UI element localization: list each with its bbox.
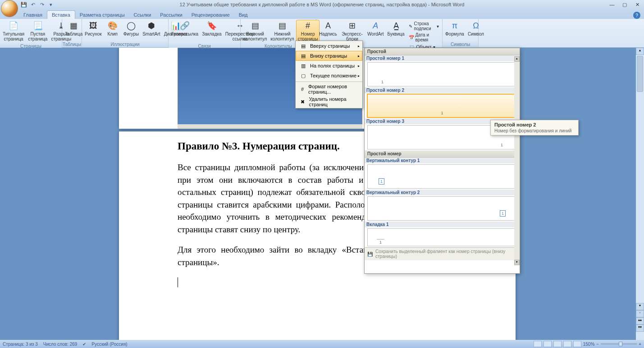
redo-icon[interactable]: ↷ bbox=[38, 1, 46, 8]
vertical-scrollbar[interactable]: ▴ ▾ ◦ ▴▴ ▾▾ bbox=[636, 48, 644, 340]
zoom-level[interactable]: 150% bbox=[583, 342, 595, 347]
view-draft[interactable] bbox=[573, 341, 581, 347]
text-cursor bbox=[178, 277, 178, 287]
scroll-up-button[interactable]: ▴ bbox=[636, 48, 644, 55]
browse-object-button[interactable]: ◦ bbox=[636, 310, 644, 317]
shapes-button[interactable]: ◯Фигуры bbox=[122, 20, 141, 37]
gallery-footer[interactable]: 💾Сохранить выделенный фрагмент как номер… bbox=[365, 247, 520, 260]
zoom-out-button[interactable]: − bbox=[596, 342, 599, 347]
zoom-in-button[interactable]: + bbox=[639, 342, 641, 347]
maximize-button[interactable]: ▢ bbox=[619, 1, 630, 8]
tab-insert[interactable]: Вставка bbox=[47, 10, 75, 19]
save-icon[interactable]: 💾 bbox=[20, 1, 27, 8]
signature-line-button[interactable]: ✎Строка подписи ▾ bbox=[407, 21, 440, 32]
table-button[interactable]: ▦Таблица bbox=[63, 20, 84, 37]
gallery-item-vertical-1[interactable]: 1 bbox=[367, 164, 517, 189]
group-links: 🔗Гиперссылка 🔖Закладка ↔Перекрестная ссы… bbox=[169, 19, 241, 47]
format-icon: # bbox=[298, 85, 306, 93]
menu-top-of-page[interactable]: ▤Вверху страницы▸ bbox=[296, 41, 362, 51]
menu-page-margins[interactable]: ▥На полях страницы▸ bbox=[296, 61, 362, 71]
next-page-button[interactable]: ▾▾ bbox=[636, 325, 644, 332]
view-full-screen[interactable] bbox=[544, 341, 552, 347]
symbol-icon: Ω bbox=[469, 21, 483, 32]
help-icon[interactable]: ? bbox=[633, 12, 640, 19]
blank-page-button[interactable]: 📃Пустая страница bbox=[26, 20, 49, 42]
group-illustrations: 🖼Рисунок 🎨Клип ◯Фигуры ⬢SmartArt 📊Диагра… bbox=[82, 19, 169, 47]
tab-page-layout[interactable]: Разметка страницы bbox=[75, 11, 129, 19]
footer-icon: ▤ bbox=[275, 21, 290, 32]
office-button[interactable] bbox=[1, 0, 18, 17]
gallery-item-simple-1[interactable]: 1 bbox=[367, 62, 517, 86]
blank-page-icon: 📃 bbox=[31, 21, 45, 32]
current-pos-icon: ▢ bbox=[298, 72, 308, 80]
datetime-button[interactable]: 📅Дата и время bbox=[407, 32, 440, 43]
gallery-item-label-v1: Вертикальный контур 1 bbox=[365, 158, 520, 163]
bookmark-button[interactable]: 🔖Закладка bbox=[200, 20, 223, 37]
undo-icon[interactable]: ↶ bbox=[29, 1, 37, 8]
signature-icon: ✎ bbox=[409, 23, 413, 29]
gallery-scroll-down[interactable]: ▾ bbox=[514, 260, 520, 265]
gallery-header: Простой bbox=[365, 48, 520, 55]
gallery-scroll-up[interactable]: ▴ bbox=[514, 56, 520, 62]
menu-remove-page-numbers[interactable]: ✖Удалить номера страниц bbox=[296, 95, 362, 108]
cover-page-icon: 📄 bbox=[6, 21, 21, 32]
clip-button[interactable]: 🎨Клип bbox=[104, 20, 122, 37]
page-top-icon: ▤ bbox=[298, 42, 308, 50]
quickparts-button[interactable]: ⊞Экспресс-блоки bbox=[339, 20, 365, 42]
zoom-slider-thumb[interactable] bbox=[619, 342, 622, 346]
gallery-item-vertical-2[interactable]: 1 bbox=[367, 196, 517, 221]
minimize-button[interactable]: — bbox=[606, 1, 618, 8]
view-print-layout[interactable] bbox=[534, 341, 542, 347]
gallery-item-simple-2[interactable]: 1 bbox=[367, 94, 517, 118]
footer-button[interactable]: ▤Нижний колонтитул bbox=[269, 20, 296, 42]
quick-access-toolbar: 💾 ↶ ↷ ▾ bbox=[20, 1, 55, 8]
menu-separator bbox=[296, 81, 362, 82]
group-pages: 📄Титульная страница 📃Пустая страница ⤓Ра… bbox=[0, 19, 62, 47]
status-word-count[interactable]: Число слов: 269 bbox=[43, 342, 78, 347]
view-outline[interactable] bbox=[563, 341, 571, 347]
tab-references[interactable]: Ссылки bbox=[129, 11, 156, 19]
equation-button[interactable]: πФормула bbox=[443, 20, 466, 37]
qat-dropdown-icon[interactable]: ▾ bbox=[47, 1, 55, 8]
view-web-layout[interactable] bbox=[553, 341, 562, 347]
status-language[interactable]: Русский (Россия) bbox=[91, 342, 127, 347]
menu-bottom-of-page[interactable]: ▤Внизу страницы▸ bbox=[296, 51, 362, 61]
remove-icon: ✖ bbox=[298, 98, 307, 106]
scroll-down-button[interactable]: ▾ bbox=[636, 303, 644, 310]
embedded-footer bbox=[178, 124, 362, 129]
dropcap-button[interactable]: A̲Буквица bbox=[386, 20, 406, 37]
dropcap-icon: A̲ bbox=[389, 21, 403, 32]
header-icon: ▤ bbox=[248, 21, 262, 32]
wordart-button[interactable]: AWordArt bbox=[365, 20, 386, 37]
group-tables: ▦Таблица Таблицы bbox=[62, 19, 82, 47]
tab-review[interactable]: Рецензирование bbox=[187, 11, 234, 19]
gallery-item-tab-1[interactable]: 1 bbox=[367, 228, 517, 246]
title-bar: 💾 ↶ ↷ ▾ 12 Учитываем общие требования к … bbox=[0, 0, 644, 9]
hyperlink-icon: 🔗 bbox=[178, 21, 192, 32]
gallery-category-2: Простой номер bbox=[365, 150, 520, 158]
smartart-button[interactable]: ⬢SmartArt bbox=[141, 20, 162, 37]
zoom-slider[interactable] bbox=[601, 343, 637, 345]
scroll-thumb[interactable] bbox=[637, 56, 643, 92]
tab-home[interactable]: Главная bbox=[19, 11, 47, 19]
symbol-button[interactable]: ΩСимвол bbox=[466, 20, 486, 37]
gallery-item-label-tab1: Вкладка 1 bbox=[365, 221, 520, 227]
tab-view[interactable]: Вид bbox=[234, 11, 252, 19]
group-symbols: πФормула ΩСимвол Символы bbox=[443, 19, 479, 47]
header-button[interactable]: ▤Верхний колонтитул bbox=[242, 20, 269, 42]
picture-button[interactable]: 🖼Рисунок bbox=[83, 20, 104, 37]
close-button[interactable]: ✕ bbox=[631, 1, 643, 8]
tab-mailings[interactable]: Рассылки bbox=[155, 11, 187, 19]
menu-format-page-numbers[interactable]: #Формат номеров страниц... bbox=[296, 83, 362, 95]
hyperlink-button[interactable]: 🔗Гиперссылка bbox=[169, 20, 200, 37]
prev-page-button[interactable]: ▴▴ bbox=[636, 317, 644, 325]
menu-current-position[interactable]: ▢Текущее положение▸ bbox=[296, 71, 362, 81]
status-page[interactable]: Страница: 3 из 3 bbox=[3, 342, 38, 347]
status-proofing-icon[interactable]: ✔ bbox=[82, 342, 86, 347]
textbox-button[interactable]: AНадпись bbox=[317, 20, 339, 37]
wordart-icon: A bbox=[368, 21, 383, 32]
cover-page-button[interactable]: 📄Титульная страница bbox=[1, 20, 26, 42]
tooltip: Простой номер 2 Номер без форматирования… bbox=[490, 120, 579, 136]
gallery-scrollbar[interactable]: ▴ ▾ bbox=[514, 56, 520, 265]
clip-icon: 🎨 bbox=[105, 21, 120, 32]
